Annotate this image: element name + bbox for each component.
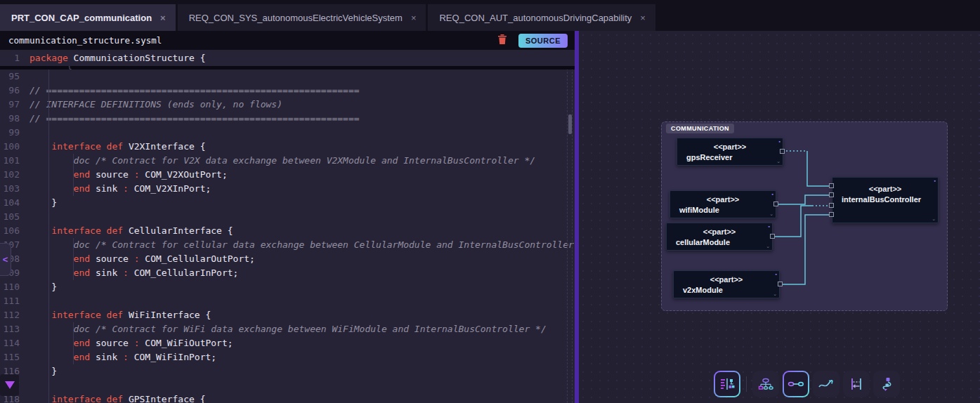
code-token: doc /* Contract for V2X data exchange be… [30,155,535,166]
part-node-v2xModule[interactable]: <<part>> v2xModule ▪ ⌄ [673,270,780,298]
part-node-wifiModule[interactable]: <<part>> wifiModule ▪ ⌄ [669,190,776,218]
hierarchy-view-button[interactable] [752,371,779,397]
port[interactable] [770,234,775,239]
diagram-view-toolbar [714,371,900,397]
code-text: } [30,364,57,378]
code-token: COM_CellularInPort; [129,267,239,278]
port[interactable] [773,202,778,206]
code-line[interactable]: 115 end sink : COM_WiFiInPort; [0,350,565,364]
vertical-scrollbar[interactable] [567,68,573,403]
code-line[interactable]: 114 end source : COM_WiFiOutPort; [0,336,565,350]
code-line[interactable]: 111 [0,294,565,308]
tab-req-con-aut[interactable]: REQ_CON_AUT_autonomousDrivingCapability … [428,4,655,31]
part-node-cellularModule[interactable]: <<part>> cellularModule ▪ ⌄ [666,223,773,251]
diagram-canvas[interactable]: COMMUNICATION <<part>> gpsReceiver ▪ ⌄ <… [579,31,980,403]
code-text: interface def CellularInterface { [30,224,233,238]
line-number: 102 [0,168,30,182]
code-line[interactable]: 102 end source : COM_V2XOutPort; [0,168,565,182]
container-label-badge: COMMUNICATION [666,124,734,133]
line-number: 113 [0,322,30,336]
code-line[interactable]: 101 doc /* Contract for V2X data exchang… [0,154,565,168]
code-text: } [30,280,57,294]
sticky-code-line[interactable]: 1 package CommunicationStructure { [0,50,575,66]
port[interactable] [829,203,834,208]
tab-label: PRT_CON_CAP_communication [11,13,152,23]
code-line[interactable]: 112 interface def WiFiInterface { [0,308,565,322]
code-line[interactable]: 99 [0,126,565,140]
code-line[interactable]: 109 end sink : COM_CellularInPort; [0,266,565,280]
code-line[interactable]: 110 } [0,280,565,294]
source-button[interactable]: SOURCE [518,34,568,48]
part-name: cellularModule [676,238,772,246]
code-line[interactable]: 103 end sink : COM_V2XInPort; [0,182,565,196]
code-line[interactable]: 97// INTERFACE DEFINITIONS (ends only, n… [0,98,565,112]
scrollbar-thumb[interactable] [568,114,572,134]
code-token: COM_CellularOutPort; [140,253,255,264]
code-lines: 9596// =================================… [0,70,565,403]
code-token: end [30,338,90,348]
port[interactable] [829,192,834,197]
code-line[interactable]: 108 end source : COM_CellularOutPort; [0,252,565,266]
scroll-down-marker[interactable] [0,374,19,396]
close-icon[interactable]: × [640,13,646,22]
code-token: source [90,169,134,180]
code-line[interactable]: 105 [0,210,565,224]
code-token: : [123,267,129,278]
flow-view-button[interactable] [813,371,839,397]
tab-prt-con-cap-communication[interactable]: PRT_CON_CAP_communication × [0,4,176,31]
sticky-tokens: package CommunicationStructure { [30,50,205,66]
close-icon[interactable]: × [160,13,166,22]
code-token: interface def [30,310,123,320]
part-name: internalBusController [842,195,938,204]
code-token: GPSInterface { [123,394,205,403]
state-view-icon [879,376,894,392]
sticky-header: 1 package CommunicationStructure { } [0,50,575,70]
code-token: sink [90,267,123,278]
code-text: interface def WiFiInterface { [30,308,211,322]
code-token: CommunicationStructure { [68,53,206,63]
port[interactable] [829,212,834,217]
line-number: 99 [0,126,30,140]
outline-tree-view-button[interactable] [714,371,740,397]
code-token: COM_V2XInPort; [129,183,211,194]
close-icon[interactable]: × [411,13,417,22]
part-node-gpsReceiver[interactable]: <<part>> gpsReceiver ▪ ⌄ [677,138,783,166]
port[interactable] [778,282,783,286]
line-number: 105 [0,210,30,224]
code-line[interactable]: 106 interface def CellularInterface { [0,224,565,238]
code-line[interactable]: 104 } [0,196,565,210]
tab-req-con-sys[interactable]: REQ_CON_SYS_autonomousElectricVehicleSys… [178,4,426,31]
resize-icon: ⌄ [776,159,780,164]
line-number: 114 [0,336,30,350]
line-number: 97 [0,98,30,112]
code-line[interactable]: 95 [0,70,565,84]
code-token: : [134,169,140,180]
port[interactable] [829,183,834,188]
sequence-view-icon [849,377,864,391]
code-token: } [30,197,57,208]
code-line[interactable]: 116 } [0,364,565,378]
part-node-internalBusController[interactable]: <<part>> internalBusController ▪ ⌄ [832,177,939,223]
interconnection-view-button[interactable] [783,371,809,397]
line-number: 103 [0,182,30,196]
code-line[interactable]: 118 interface def GPSInterface { [0,392,565,403]
code-text: // =====================================… [30,112,360,126]
line-number: 96 [0,84,30,98]
panel-collapse-button[interactable]: < [0,243,11,276]
code-token: CellularInterface { [123,225,233,236]
part-name: v2xModule [683,286,779,294]
code-line[interactable]: 96// ===================================… [0,84,565,98]
code-line[interactable]: 117 [0,378,565,392]
line-number: 111 [0,294,30,308]
code-line[interactable]: 98// ===================================… [0,112,565,126]
delete-button[interactable] [496,34,509,47]
code-line[interactable]: 100 interface def V2XInterface { [0,140,565,154]
code-text: end source : COM_WiFiOutPort; [30,336,233,350]
sequence-view-button[interactable] [843,371,870,397]
code-text: doc /* Contract for V2X data exchange be… [30,154,535,168]
code-line[interactable]: 107 doc /* Contract for cellular data ex… [0,238,565,252]
port[interactable] [780,149,785,154]
code-line[interactable]: 113 doc /* Contract for WiFi data exchan… [0,322,565,336]
state-view-button[interactable] [873,371,900,397]
code-editor[interactable]: 9596// =================================… [0,50,575,403]
